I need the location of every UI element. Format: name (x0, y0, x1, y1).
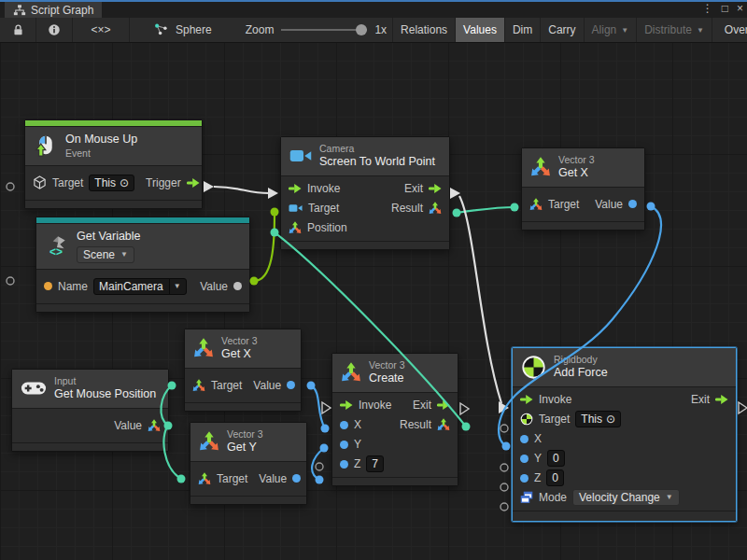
vector3-port-icon[interactable] (429, 202, 442, 215)
vector3-icon (193, 338, 214, 358)
port-target-label: Target (308, 202, 339, 215)
node-screen-to-world-point[interactable]: Camera Screen To World Point Invoke Exit… (280, 136, 450, 250)
force-mode-dropdown[interactable]: Velocity Change▼ (572, 489, 680, 506)
tab-script-graph[interactable]: Script Graph (5, 2, 102, 18)
port-value-label: Value (595, 198, 623, 211)
lock-icon (12, 23, 24, 36)
node-add-force[interactable]: Rigidbody Add Force Invoke Exit Target T… (512, 347, 737, 522)
vector3-port-icon[interactable] (529, 198, 543, 211)
toolbar-button-distribute[interactable]: Distribute▼ (637, 18, 712, 42)
node-get-variable[interactable]: <> Get Variable Scene▼ Name MainCamera▼ … (35, 217, 250, 313)
y-value-field[interactable]: 0 (547, 450, 565, 467)
vector3-icon (341, 362, 361, 383)
port-target-label: Target (52, 176, 83, 189)
port-y-dot[interactable] (520, 455, 529, 463)
toolbar-button-carry[interactable]: Carry (541, 18, 584, 42)
node-create-vector3[interactable]: Vector 3 Create Invoke Exit X Result (331, 353, 458, 486)
z-value-field[interactable]: 7 (366, 455, 384, 472)
node-get-mouse-position[interactable]: Input Get Mouse Position Value (11, 369, 169, 452)
vector3-port-icon[interactable] (192, 379, 205, 392)
target-value-field[interactable]: This⊙ (89, 175, 134, 191)
caret-down-icon: ▼ (120, 247, 128, 262)
graph-breadcrumb-icon (154, 23, 168, 36)
port-name-label: Name (58, 280, 88, 293)
zoom-slider-track (281, 29, 367, 31)
rigidbody-port-icon[interactable] (520, 413, 533, 426)
flow-arrow-icon[interactable] (520, 395, 533, 404)
vector3-port-icon[interactable] (437, 418, 450, 431)
port-name-dot[interactable] (44, 282, 52, 290)
graph-icon (13, 4, 26, 17)
port-trigger-label: Trigger (146, 176, 181, 189)
camera-icon (289, 147, 312, 165)
variable-scope-dropdown[interactable]: Scene▼ (77, 246, 134, 263)
graph-toolbar: <×> Sphere Zoom 1x Relations Values Dim … (0, 18, 747, 43)
node-subtitle: Event (65, 147, 137, 160)
object-picker-icon[interactable]: ⊙ (606, 412, 615, 427)
variable-icon: <> (45, 234, 69, 259)
variable-name-dropdown[interactable]: MainCamera▼ (93, 278, 187, 295)
toolbar-button-relations[interactable]: Relations (393, 18, 456, 42)
toolbar-button-dim[interactable]: Dim (505, 18, 541, 42)
port-x-dot[interactable] (520, 435, 529, 443)
port-y-dot[interactable] (340, 441, 348, 449)
flow-arrow-icon[interactable] (340, 400, 353, 410)
caret-down-icon: ▼ (169, 279, 181, 294)
port-x-dot[interactable] (340, 421, 348, 429)
port-z-dot[interactable] (520, 474, 529, 483)
zoom-value: 1x (374, 23, 387, 36)
node-category: Camera (319, 143, 435, 155)
node-title: Screen To World Point (319, 155, 435, 170)
vector3-port-icon[interactable] (198, 472, 211, 485)
caret-down-icon: ▼ (621, 26, 628, 35)
vector3-port-icon[interactable] (289, 221, 302, 234)
svg-text:<>: <> (49, 245, 63, 259)
zoom-label: Zoom (246, 23, 275, 36)
port-value-dot[interactable] (292, 474, 301, 483)
z-value-field[interactable]: 0 (546, 469, 564, 486)
toolbar-button-overview[interactable]: Overview (717, 18, 747, 42)
zoom-slider[interactable] (281, 18, 367, 42)
flow-arrow-icon[interactable] (187, 178, 200, 188)
vector3-icon (199, 431, 219, 452)
target-value-field[interactable]: This⊙ (575, 411, 621, 427)
port-value-dot[interactable] (628, 200, 637, 208)
vector3-icon (530, 157, 551, 177)
flow-arrow-icon[interactable] (429, 184, 442, 193)
lock-button[interactable] (0, 18, 36, 42)
rigidbody-icon (521, 355, 546, 380)
port-z-dot[interactable] (340, 460, 348, 469)
flow-arrow-icon[interactable] (715, 395, 728, 404)
node-get-x-top[interactable]: Vector 3 Get X Target Value (521, 147, 645, 231)
mouse-up-icon (34, 133, 58, 158)
info-button[interactable] (36, 18, 73, 42)
node-get-x-mid[interactable]: Vector 3 Get X Target Value (184, 329, 302, 412)
variable-color-bar (36, 217, 249, 224)
flow-arrow-icon[interactable] (289, 184, 302, 193)
node-on-mouse-up[interactable]: On Mouse Up Event Target This⊙ Trigger (24, 119, 203, 209)
input-icon (21, 379, 47, 398)
node-title: On Mouse Up (65, 133, 137, 147)
graph-breadcrumb[interactable]: Sphere (176, 23, 212, 36)
code-preview-button[interactable]: <×> (73, 18, 130, 42)
code-icon: <×> (91, 23, 110, 36)
toolbar-button-values[interactable]: Values (456, 18, 505, 42)
port-value-dot[interactable] (287, 381, 295, 389)
close-icon[interactable]: × (737, 2, 743, 15)
port-position-label: Position (307, 221, 347, 234)
flow-arrow-icon[interactable] (437, 400, 450, 410)
node-title: Get Variable (77, 230, 141, 245)
tab-bar: Script Graph ⋮ □ × (0, 0, 747, 18)
port-value-dot[interactable] (233, 282, 242, 290)
menu-dots-icon[interactable]: ⋮ (702, 2, 713, 15)
port-value-label: Value (200, 280, 228, 293)
object-picker-icon[interactable]: ⊙ (120, 175, 129, 190)
maximize-icon[interactable]: □ (722, 2, 728, 15)
toolbar-button-align[interactable]: Align▼ (585, 18, 638, 42)
zoom-slider-knob[interactable] (356, 24, 367, 35)
node-get-y[interactable]: Vector 3 Get Y Target Value (190, 422, 307, 505)
caret-down-icon: ▼ (697, 26, 704, 35)
port-target-label: Target (548, 198, 579, 211)
camera-port-icon[interactable] (289, 203, 303, 214)
vector3-port-icon[interactable] (148, 419, 161, 432)
